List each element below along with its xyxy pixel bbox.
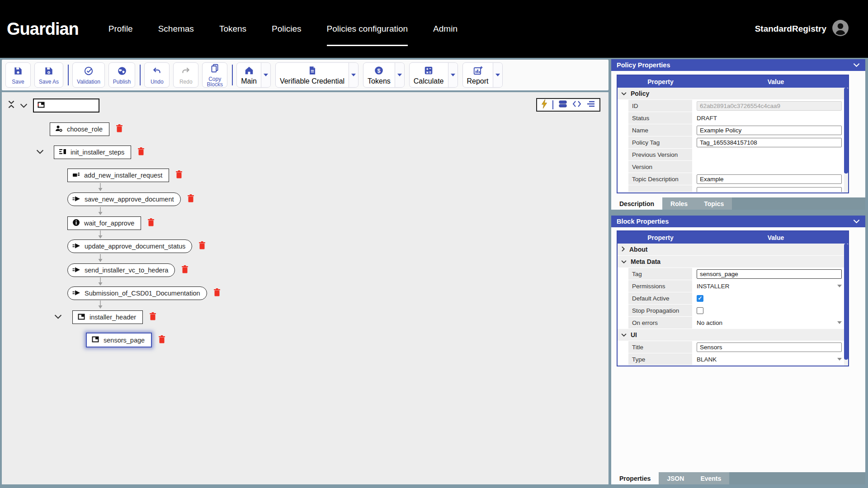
guardian-logo: Guardian — [7, 19, 79, 39]
container-icon — [37, 101, 45, 111]
publish-icon — [117, 66, 127, 78]
current-user-name: StandardRegistry — [755, 24, 826, 34]
group-row-policy[interactable]: Policy — [618, 88, 848, 100]
table-row-stop-propagation: Stop Propagation — [618, 305, 848, 317]
chevron-down-icon — [837, 321, 842, 324]
report-dropdown-caret[interactable] — [493, 63, 502, 87]
chevron-down-icon — [621, 90, 627, 97]
nav-item-policies[interactable]: Policies — [272, 24, 301, 34]
table-scrollbar[interactable] — [844, 244, 848, 366]
nav-item-policies-configuration[interactable]: Policies configuration — [327, 24, 408, 34]
block-submission-of-csd01-documentation[interactable]: Submission_of_CSD01_Documentation — [67, 286, 207, 300]
group-row-about[interactable]: About — [618, 244, 848, 256]
calculate-dropdown-caret[interactable] — [448, 63, 458, 87]
request-icon — [72, 171, 80, 180]
delete-block-icon[interactable] — [147, 218, 155, 229]
redo-button[interactable]: Redo — [173, 62, 198, 88]
report-button[interactable]: Report — [462, 62, 503, 88]
chevron-down-icon[interactable] — [36, 148, 44, 156]
nav-item-tokens[interactable]: Tokens — [219, 24, 246, 34]
collapse-all-icon[interactable] — [7, 100, 15, 110]
tab-json[interactable]: JSON — [659, 472, 692, 484]
properties-panel: Policy Properties Property Value Policy — [611, 58, 865, 488]
table-header: Property Value — [618, 231, 848, 244]
delete-block-icon[interactable] — [187, 194, 195, 205]
type-select[interactable]: BLANK — [693, 356, 848, 363]
delete-block-icon[interactable] — [175, 170, 183, 181]
tab-events[interactable]: Events — [692, 472, 729, 484]
delete-block-icon[interactable] — [181, 265, 189, 276]
tokens-button[interactable]: $ Tokens — [363, 62, 405, 88]
delete-block-icon[interactable] — [149, 312, 157, 323]
block-send-installer-vc-to-hedera[interactable]: send_installer_vc_to_hedera — [67, 263, 175, 277]
delete-block-icon[interactable] — [213, 288, 221, 299]
controls-separator — [552, 100, 553, 109]
calculate-button[interactable]: Calculate — [409, 62, 458, 88]
svg-text:$: $ — [377, 67, 381, 74]
default-active-checkbox[interactable] — [697, 295, 703, 302]
chevron-down-icon[interactable] — [54, 313, 62, 321]
undo-button[interactable]: Undo — [144, 62, 170, 88]
tab-roles[interactable]: Roles — [662, 197, 696, 210]
block-installer-header[interactable]: installer_header — [72, 310, 143, 324]
main-blocks-button[interactable]: Main — [236, 62, 271, 88]
block-choose-role[interactable]: choose_role — [50, 122, 109, 136]
tree-row: send_installer_vc_to_hedera — [67, 263, 189, 277]
delete-block-icon[interactable] — [137, 147, 145, 158]
block-properties-header[interactable]: Block Properties — [611, 216, 865, 227]
topic-description-field[interactable] — [697, 174, 842, 184]
delete-block-icon[interactable] — [198, 241, 206, 252]
tree-view-icon[interactable] — [586, 100, 595, 109]
name-field[interactable] — [697, 126, 842, 135]
chevron-down-icon[interactable] — [20, 102, 28, 110]
tab-description[interactable]: Description — [611, 197, 662, 210]
nav-item-profile[interactable]: Profile — [108, 24, 133, 34]
nav-item-schemas[interactable]: Schemas — [158, 24, 194, 34]
group-row-ui[interactable]: UI — [618, 329, 848, 341]
verifiable-credential-button[interactable]: Verifiable Credential — [275, 62, 359, 88]
tab-topics[interactable]: Topics — [696, 197, 732, 210]
blocks-view-icon[interactable] — [558, 100, 567, 110]
permissions-select[interactable]: INSTALLER — [693, 283, 848, 290]
tokens-dropdown-caret[interactable] — [395, 63, 404, 87]
tag-field[interactable] — [697, 269, 842, 279]
on-errors-select[interactable]: No action — [693, 319, 848, 326]
root-block[interactable] — [33, 99, 99, 113]
save-as-icon — [44, 66, 54, 78]
policy-tree-canvas: choose_role init_installer_steps — [2, 92, 609, 484]
save-button[interactable]: Save — [5, 62, 31, 88]
delete-block-icon[interactable] — [115, 124, 123, 135]
chevron-down-icon[interactable] — [853, 61, 860, 69]
block-update-approve-document-status[interactable]: update_approve_document_status — [67, 239, 192, 253]
main-dropdown-caret[interactable] — [261, 63, 270, 87]
save-as-button[interactable]: Save As — [34, 62, 63, 88]
validation-button[interactable]: Validation — [72, 62, 105, 88]
vc-dropdown-caret[interactable] — [349, 63, 358, 87]
stop-propagation-checkbox[interactable] — [697, 307, 703, 314]
delete-block-icon[interactable] — [158, 335, 166, 346]
tree-row: update_approve_document_status — [67, 239, 206, 253]
block-wait-for-approve[interactable]: wait_for_approve — [67, 216, 141, 230]
publish-button[interactable]: Publish — [108, 62, 135, 88]
copy-blocks-button[interactable]: Copy Blocks — [202, 62, 227, 88]
block-sensors-page[interactable]: sensors_page — [86, 333, 152, 347]
send-icon — [72, 242, 80, 251]
policy-properties-header[interactable]: Policy Properties — [611, 59, 865, 71]
chevron-down-icon[interactable] — [853, 218, 860, 225]
user-avatar-icon[interactable] — [832, 19, 849, 38]
tab-properties[interactable]: Properties — [611, 472, 659, 484]
nav-item-admin[interactable]: Admin — [433, 24, 458, 34]
title-field[interactable] — [697, 343, 842, 352]
block-init-installer-steps[interactable]: init_installer_steps — [54, 145, 131, 159]
block-label: sensors_page — [104, 337, 145, 344]
code-view-icon[interactable] — [572, 100, 581, 109]
table-row-name: Name — [618, 124, 848, 136]
row-label: Name — [628, 124, 693, 136]
block-add-new-installer-request[interactable]: add_new_installer_request — [67, 169, 169, 182]
block-save-new-approve-document[interactable]: save_new_approve_document — [67, 192, 181, 206]
group-row-meta-data[interactable]: Meta Data — [618, 256, 848, 268]
policy-tag-field[interactable] — [697, 138, 842, 147]
lightning-icon[interactable] — [541, 99, 547, 110]
table-scrollbar[interactable] — [844, 88, 848, 192]
row-label: Version — [628, 161, 693, 173]
